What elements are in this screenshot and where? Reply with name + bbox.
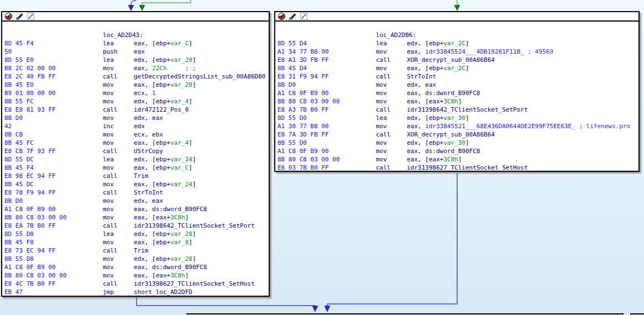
- operands: eax, [ebp+var_C]: [134, 164, 192, 172]
- edge-outgoing-right: [324, 173, 458, 312]
- asm-line[interactable]: 8D 55 E0leaedx, [ebp+var_20]: [2, 56, 269, 64]
- asm-line[interactable]: B8 2C 02 00 00moveax, 22Ch ; ;: [2, 64, 269, 72]
- asm-line[interactable]: 8B D0movedx, eax: [2, 197, 269, 205]
- asm-line[interactable]: 8D 55 D0leaedx, [ebp+var_30]: [275, 114, 638, 122]
- asm-line[interactable]: E8 78 F9 94 FFcallStrToInt: [2, 188, 269, 197]
- asm-line[interactable]: E8 31 F9 94 FFcallStrToInt: [275, 72, 638, 81]
- asm-line[interactable]: E8 A3 7B B0 FFcallidr31398642_TClientSoc…: [275, 106, 638, 114]
- mnemonic: mov: [103, 164, 114, 172]
- asm-line[interactable]: E8 4C 7B B0 FFcallidr31398627_TClientSoc…: [2, 280, 269, 288]
- opcode-bytes: 8D 45 F4: [4, 39, 34, 48]
- opcode-bytes: 8D 55 D8: [4, 230, 34, 238]
- asm-line[interactable]: 8B 80 C8 03 00 00moveax, [eax+3C8h]: [2, 213, 269, 222]
- operands: idr472122_Pos_0: [134, 106, 189, 114]
- operands: eax, 22Ch ; ;: [134, 64, 196, 72]
- node-color-icon[interactable]: [5, 13, 12, 20]
- asm-line[interactable]: E8 E8 81 93 FFcallidr472122_Pos_0: [2, 106, 269, 114]
- graph-options-icon[interactable]: [27, 13, 34, 20]
- asm-line[interactable]: 8B 80 C8 03 00 00moveax, [eax+3C8h]: [2, 271, 269, 280]
- mnemonic: lea: [103, 39, 114, 48]
- asm-line[interactable]: 8D 55 D4leaedx, [ebp+var_2C]: [275, 39, 638, 48]
- opcode-bytes: 8B 45 DC: [4, 180, 34, 188]
- asm-line[interactable]: 8B 45 D4moveax, [ebp+var_2C]: [275, 64, 638, 72]
- operands: edx, eax: [407, 81, 436, 89]
- opcode-bytes: 50: [4, 48, 12, 56]
- asm-line[interactable]: 8B 55 D8movedx, [ebp+var_28]: [2, 255, 269, 263]
- mnemonic: call: [103, 280, 118, 288]
- asm-line[interactable]: A1 34 77 B8 00moveax, idr33845524___4DB1…: [275, 48, 638, 56]
- basic-block-loc_AD2DB6[interactable]: loc_AD2DB6:8D 55 D4leaedx, [ebp+var_2C]A…: [274, 11, 640, 172]
- operands: idr31398627_TClientSocket_SetHost: [407, 164, 528, 172]
- asm-line[interactable]: E8 03 7B B0 FFcallidr31398627_TClientSoc…: [275, 164, 638, 172]
- asm-line[interactable]: E8 EA 7B B0 FFcallidr31398642_TClientSoc…: [2, 222, 269, 230]
- asm-line[interactable]: 8D 45 F4leaeax, [ebp+var_C]: [2, 39, 269, 48]
- node-color-icon[interactable]: [278, 13, 285, 20]
- operands: edx, [ebp+var_28]: [134, 230, 196, 238]
- asm-line[interactable]: 8B 45 E0moveax, [ebp+var_20]: [2, 81, 269, 89]
- asm-line[interactable]: 8B 45 F4moveax, [ebp+var_C]: [2, 164, 269, 172]
- graph-options-icon[interactable]: [300, 13, 307, 20]
- opcode-bytes: E8 4C 7B B0 FF: [4, 280, 56, 288]
- basic-block-loc_AD2D43[interactable]: loc_AD2D43:8D 45 F4leaeax, [ebp+var_C]50…: [1, 11, 270, 297]
- asm-line[interactable]: A1 C8 0F B9 00moveax, ds:dword_B90FC8: [275, 147, 638, 155]
- mnemonic: mov: [103, 263, 114, 271]
- asm-line[interactable]: 8B 45 FCmoveax, [ebp+var_4]: [2, 139, 269, 147]
- mnemonic: call: [376, 72, 391, 81]
- opcode-bytes: E8 E8 81 93 FF: [4, 106, 56, 114]
- edit-icon[interactable]: [16, 13, 23, 20]
- asm-line[interactable]: A1 C8 0F B9 00moveax, ds:dword_B90FC8: [275, 89, 638, 97]
- asm-line[interactable]: 8B 45 F8moveax, [ebp+var_8]: [2, 238, 269, 246]
- asm-line[interactable]: 8B 80 C8 03 00 00moveax, [eax+3C8h]: [275, 97, 638, 106]
- asm-line[interactable]: E8 A1 3D FB FFcallXOR_decrypt_sub_00A86B…: [275, 56, 638, 64]
- asm-line[interactable]: E8 73 EC 94 FFcallTrim: [2, 246, 269, 255]
- mnemonic: mov: [376, 64, 387, 72]
- asm-line[interactable]: 50pusheax: [2, 48, 269, 56]
- asm-line[interactable]: E8 CB 7F 93 FFcallUStrCopy: [2, 147, 269, 155]
- operands: idr31398627_TClientSocket_SetHost: [134, 280, 255, 288]
- graph-view-canvas[interactable]: loc_AD2D43:8D 45 F4leaeax, [ebp+var_C]50…: [0, 0, 644, 315]
- opcode-bytes: A1 C8 0F B9 00: [278, 147, 329, 155]
- mnemonic: mov: [376, 81, 387, 89]
- asm-line[interactable]: E8 98 EC 94 FFcallTrim: [2, 172, 269, 180]
- asm-line[interactable]: E8 2C 40 FB FFcallgetDecryptedStringsLis…: [2, 72, 269, 81]
- asm-line[interactable]: 8B 55 D0movedx, [ebp+var_30]: [275, 139, 638, 147]
- asm-line[interactable]: 8B D0movedx, eax: [275, 81, 638, 89]
- operands: eax, [ebp+var_8]: [134, 238, 192, 246]
- asm-line[interactable]: B9 01 00 00 00movecx, 1: [2, 89, 269, 97]
- asm-line[interactable]: 8B 45 DCmoveax, [ebp+var_24]: [2, 180, 269, 188]
- asm-line[interactable]: 8B D0movedx, eax: [2, 114, 269, 122]
- opcode-bytes: 8B 55 D0: [278, 139, 307, 147]
- mnemonic: lea: [103, 230, 114, 238]
- asm-line[interactable]: 8D 55 DCleaedx, [ebp+var_24]: [2, 155, 269, 164]
- opcode-bytes: 8B 80 C8 03 00 00: [4, 213, 67, 222]
- opcode-bytes: 8B D0: [4, 114, 23, 122]
- operands: ecx, 1: [134, 89, 156, 97]
- opcode-bytes: 8D 55 D4: [278, 39, 307, 48]
- mnemonic: mov: [376, 89, 387, 97]
- asm-line[interactable]: 8B 80 C8 03 00 00moveax, [eax+3C8h]: [275, 155, 638, 164]
- mnemonic: mov: [103, 139, 114, 147]
- asm-line[interactable]: A1 C8 0F B9 00moveax, ds:dword_B90FC8: [2, 205, 269, 213]
- edit-icon[interactable]: [289, 13, 296, 20]
- asm-label-line[interactable]: loc_AD2D43:: [2, 31, 269, 39]
- mnemonic: mov: [103, 213, 114, 222]
- mnemonic: call: [103, 188, 118, 197]
- asm-line[interactable]: A1 30 77 B8 00moveax, idr33845521___68E4…: [275, 122, 638, 130]
- mnemonic: inc: [103, 122, 114, 130]
- asm-line[interactable]: EB 47jmpshort loc_AD2DFD: [2, 288, 269, 296]
- mnemonic: push: [103, 48, 118, 56]
- asm-line[interactable]: E8 7A 3D FB FFcallXOR_decrypt_sub_00A86B…: [275, 130, 638, 139]
- asm-line[interactable]: 42incedx: [2, 122, 269, 130]
- asm-line[interactable]: 8B CBmovecx, ebx: [2, 130, 269, 139]
- operands: getDecryptedStringsList_sub_00A86D80: [134, 72, 265, 81]
- asm-blank-line[interactable]: [275, 23, 638, 31]
- operands: edx, [ebp+var_30]: [407, 139, 469, 147]
- operands: eax, [ebp+var_C]: [134, 39, 192, 48]
- asm-line[interactable]: 8B 55 FCmovedx, [ebp+var_4]: [2, 97, 269, 106]
- asm-line[interactable]: A1 C8 0F B9 00moveax, ds:dword_B90FC8: [2, 263, 269, 271]
- asm-blank-line[interactable]: [2, 23, 269, 31]
- asm-line[interactable]: 8D 55 D8leaedx, [ebp+var_28]: [2, 230, 269, 238]
- mnemonic: mov: [376, 48, 387, 56]
- asm-label-line[interactable]: loc_AD2DB6:: [275, 31, 638, 39]
- operands: short loc_AD2DFD: [134, 288, 192, 296]
